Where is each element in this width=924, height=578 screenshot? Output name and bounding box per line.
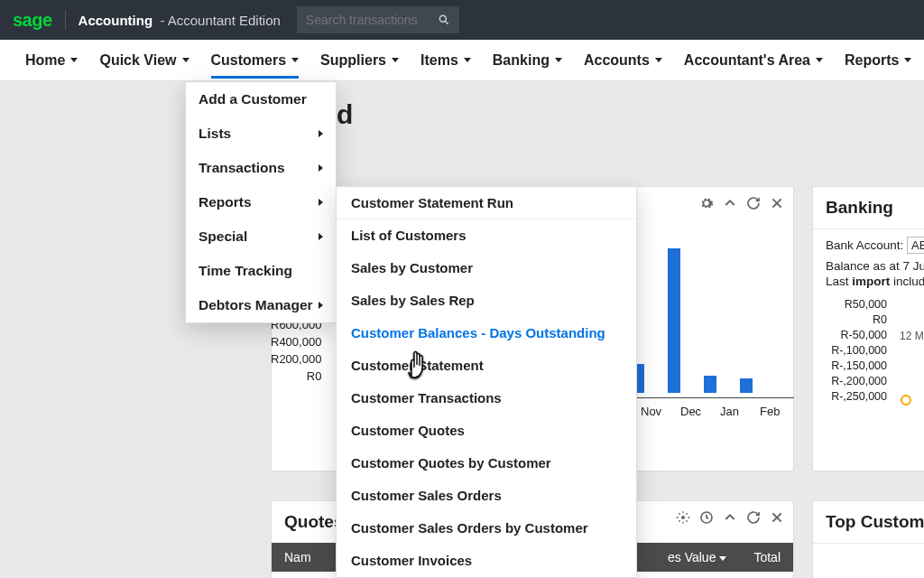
customers-menu-lists[interactable]: Lists xyxy=(186,117,336,151)
submenu-arrow-icon xyxy=(319,302,323,309)
bank-ytick: R-,100,000 xyxy=(826,343,887,359)
product-name: Accounting - Accountant Edition xyxy=(79,13,281,28)
caret-down-icon xyxy=(816,58,823,62)
top-customers-widget: Top Customer xyxy=(812,500,924,578)
product-name-text: Accounting xyxy=(79,13,153,28)
customers-menu-add-a-customer[interactable]: Add a Customer xyxy=(186,82,336,117)
sales-bar xyxy=(740,378,753,393)
xtick: Jan xyxy=(720,405,742,418)
menu-item-label: Debtors Manager xyxy=(199,297,313,313)
customers-menu-special[interactable]: Special xyxy=(186,219,336,254)
product-edition: Accountant Edition xyxy=(168,13,281,28)
chevron-up-icon[interactable] xyxy=(723,510,737,525)
customers-menu-time-tracking[interactable]: Time Tracking xyxy=(186,254,336,288)
banking-widget: Banking Bank Account: AB Balance as at 7… xyxy=(812,186,924,471)
close-icon[interactable] xyxy=(770,510,784,525)
quotes-col-name[interactable]: Nam xyxy=(284,550,311,564)
menu-banking[interactable]: Banking xyxy=(493,52,562,69)
sales-yaxis: R600,000R400,000R200,000R0 xyxy=(271,316,321,385)
search-input[interactable] xyxy=(306,13,432,27)
caret-down-icon xyxy=(655,58,662,62)
caret-down-icon xyxy=(291,58,299,62)
bank-ytick: R50,000 xyxy=(826,297,887,312)
customers-reports-submenu: Customer Statement RunList of CustomersS… xyxy=(336,186,637,578)
menu-home[interactable]: Home xyxy=(25,52,78,69)
submenu-arrow-icon xyxy=(319,130,323,137)
bank-yaxis: R50,000R0R-50,000R-,100,000R-,150,000R-,… xyxy=(826,297,887,405)
refresh-icon[interactable] xyxy=(746,510,761,525)
bank-account-select[interactable]: AB xyxy=(907,237,924,254)
clock-icon[interactable] xyxy=(699,510,714,525)
ytick: R0 xyxy=(271,368,321,385)
report-customer-statement-run[interactable]: Customer Statement Run xyxy=(337,187,636,219)
bank-ytick: R0 xyxy=(826,312,887,328)
report-customer-quotes-by-customer[interactable]: Customer Quotes by Customer xyxy=(337,447,636,480)
close-icon[interactable] xyxy=(770,196,784,210)
report-customer-transactions[interactable]: Customer Transactions xyxy=(337,382,636,415)
top-customers-title: Top Customer xyxy=(813,501,924,544)
report-customer-sales-orders[interactable]: Customer Sales Orders xyxy=(337,480,636,512)
bank-ytick: R-,250,000 xyxy=(826,389,887,405)
bank-import-text: Last import include xyxy=(826,275,924,290)
customers-dropdown: Add a CustomerListsTransactionsReportsSp… xyxy=(185,81,337,323)
report-sales-by-customer[interactable]: Sales by Customer xyxy=(337,252,636,284)
refresh-icon[interactable] xyxy=(746,196,761,210)
brand-logo: sage xyxy=(13,10,52,31)
menu-item-label: Time Tracking xyxy=(199,263,292,279)
caret-down-icon xyxy=(904,58,911,62)
menu-item-label: Lists xyxy=(199,126,231,142)
report-customer-quotes[interactable]: Customer Quotes xyxy=(337,415,636,447)
submenu-arrow-icon xyxy=(319,199,323,206)
main-menubar: HomeQuick ViewCustomersSuppliersItemsBan… xyxy=(0,40,924,81)
search-icon[interactable] xyxy=(438,13,450,27)
menu-items[interactable]: Items xyxy=(420,52,471,69)
caret-down-icon xyxy=(182,58,189,62)
bank-xtick: 12 Ma xyxy=(900,330,924,342)
caret-down-icon xyxy=(392,58,399,62)
customers-menu-reports[interactable]: Reports xyxy=(186,185,336,219)
bank-ytick: R-50,000 xyxy=(826,328,887,343)
xtick: Feb xyxy=(760,405,781,418)
report-customer-invoices[interactable]: Customer Invoices xyxy=(337,545,636,577)
quotes-col-value[interactable]: es Value xyxy=(668,550,726,564)
caret-down-icon xyxy=(70,58,78,62)
menu-item-label: Add a Customer xyxy=(199,91,307,107)
divider xyxy=(65,10,66,30)
search-box[interactable] xyxy=(297,6,459,33)
sales-xlabels: NovDecJanFeb xyxy=(641,405,781,418)
menu-suppliers[interactable]: Suppliers xyxy=(320,52,399,69)
customers-menu-transactions[interactable]: Transactions xyxy=(186,151,336,185)
caret-down-icon xyxy=(464,58,471,62)
menu-reports[interactable]: Reports xyxy=(845,52,911,69)
ytick: R400,000 xyxy=(271,333,321,350)
menu-accountant-s-area[interactable]: Accountant's Area xyxy=(684,52,823,69)
report-customer-sales-orders-by-customer[interactable]: Customer Sales Orders by Customer xyxy=(337,512,636,545)
menu-quick-view[interactable]: Quick View xyxy=(99,52,189,69)
report-sales-by-sales-rep[interactable]: Sales by Sales Rep xyxy=(337,284,636,317)
customers-menu-debtors-manager[interactable]: Debtors Manager xyxy=(186,288,336,322)
menu-customers[interactable]: Customers xyxy=(211,52,300,79)
bank-ytick: R-,200,000 xyxy=(826,374,887,389)
gear-icon[interactable] xyxy=(676,510,690,525)
svg-point-4 xyxy=(681,516,685,519)
page-title: board xyxy=(278,99,899,130)
chevron-up-icon[interactable] xyxy=(723,196,737,210)
bank-series-marker xyxy=(901,395,911,406)
xtick: Nov xyxy=(641,405,662,418)
svg-point-0 xyxy=(439,15,446,22)
bank-balance-text: Balance as at 7 July xyxy=(826,259,924,275)
sales-bar xyxy=(668,248,680,393)
svg-line-1 xyxy=(446,22,448,24)
menu-accounts[interactable]: Accounts xyxy=(584,52,662,69)
submenu-arrow-icon xyxy=(319,164,323,172)
bank-ytick: R-,150,000 xyxy=(826,359,887,374)
quotes-col-total[interactable]: Total xyxy=(753,550,781,564)
xtick: Dec xyxy=(680,405,702,418)
menu-item-label: Special xyxy=(199,228,247,245)
report-customer-statement[interactable]: Customer Statement xyxy=(337,350,636,382)
report-list-of-customers[interactable]: List of Customers xyxy=(337,219,636,252)
gear-icon[interactable] xyxy=(699,196,714,210)
bank-account-row: Bank Account: AB xyxy=(826,238,924,252)
menu-item-label: Transactions xyxy=(199,160,285,176)
report-customer-balances-days-outstanding[interactable]: Customer Balances - Days Outstanding xyxy=(337,317,636,350)
